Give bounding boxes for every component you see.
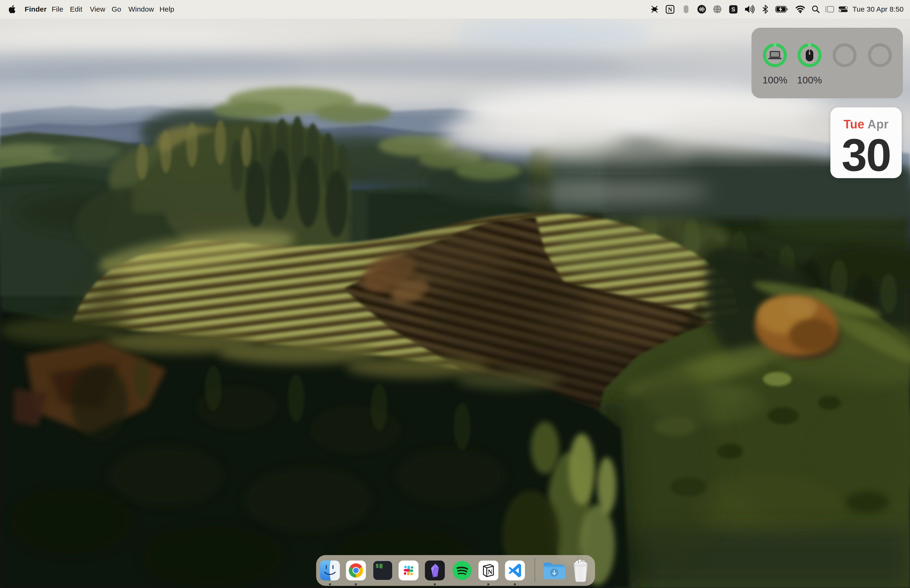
svg-text:S: S <box>732 6 735 12</box>
svg-text:N: N <box>668 6 672 13</box>
svg-text:N: N <box>488 569 493 575</box>
svg-text:$: $ <box>376 563 379 569</box>
